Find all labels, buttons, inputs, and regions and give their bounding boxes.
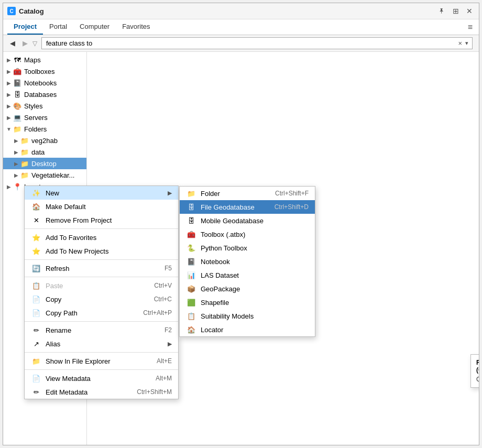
close-button[interactable]: ✕ <box>464 6 475 16</box>
ctx-remove-label: Remove From Project <box>46 216 172 224</box>
sub-geopackage[interactable]: 📦 GeoPackage <box>180 282 315 296</box>
filter-icon: ▽ <box>32 40 37 47</box>
sub-shapefile[interactable]: 🟩 Shapefile <box>180 296 315 309</box>
toggle-data: ▶ <box>13 149 20 155</box>
ctx-copy-shortcut: Ctrl+C <box>154 296 172 303</box>
ctx-new[interactable]: ✨ New ▶ 📁 Folder Ctrl+Shift+F 🗄 File Geo… <box>25 186 178 200</box>
tree-item-veg2hab[interactable]: ▶ 📁 veg2hab <box>3 135 86 146</box>
toolbar: ◀ ▶ ▽ × ▾ <box>3 35 479 52</box>
sub-suitability-label: Suitability Models <box>201 312 309 320</box>
ctx-alias[interactable]: ↗ Alias ▶ <box>25 337 178 351</box>
back-button[interactable]: ◀ <box>7 38 18 49</box>
pin-button[interactable]: 🖈 <box>436 6 447 16</box>
ctx-edit-metadata[interactable]: ✏ Edit Metadata Ctrl+Shift+M <box>25 385 178 399</box>
sub-notebook[interactable]: 📓 Notebook <box>180 255 315 268</box>
tab-favorites[interactable]: Favorites <box>116 19 156 35</box>
tree-item-maps[interactable]: ▶ 🗺 Maps <box>3 54 86 65</box>
ctx-refresh-shortcut: F5 <box>165 265 172 272</box>
sub-las-dataset[interactable]: 📊 LAS Dataset <box>180 268 315 282</box>
app-icon: C <box>7 7 16 15</box>
toggle-toolboxes: ▶ <box>5 69 13 74</box>
sub-las-label: LAS Dataset <box>201 271 309 279</box>
ctx-sep-3 <box>25 277 178 277</box>
ctx-paste: 📋 Paste Ctrl+V <box>25 279 178 292</box>
sub-shapefile-icon: 🟩 <box>186 298 196 307</box>
ctx-view-metadata[interactable]: 📄 View Metadata Alt+M <box>25 371 178 385</box>
tree-item-databases[interactable]: ▶ 🗄 Databases <box>3 89 86 100</box>
icon-vegetatiekar: 📁 <box>20 171 29 179</box>
toggle-desktop: ▶ <box>13 161 20 167</box>
tab-computer[interactable]: Computer <box>73 19 116 35</box>
sub-python-toolbox[interactable]: 🐍 Python Toolbox <box>180 241 315 255</box>
ctx-new-projects-icon: ⭐ <box>31 247 41 255</box>
ctx-edit-meta-label: Edit Metadata <box>46 388 132 396</box>
sub-geodatabase-shortcut: Ctrl+Shift+D <box>275 203 309 211</box>
tab-portal[interactable]: Portal <box>43 19 73 35</box>
sub-notebook-label: Notebook <box>201 258 309 266</box>
ctx-sep-4 <box>25 321 178 322</box>
tree-item-servers[interactable]: ▶ 💻 Servers <box>3 112 86 123</box>
sub-folder[interactable]: 📁 Folder Ctrl+Shift+F <box>180 187 315 200</box>
tree-item-folders[interactable]: ▼ 📁 Folders <box>3 123 86 135</box>
icon-servers: 💻 <box>13 113 22 122</box>
tree-item-vegetatiekar[interactable]: ▶ 📁 Vegetatiekar... <box>3 169 86 181</box>
tree-item-desktop[interactable]: ▶ 📁 Desktop <box>3 158 86 169</box>
ctx-copy-path-icon: 📄 <box>31 309 41 317</box>
toggle-styles: ▶ <box>5 103 13 109</box>
title-bar-left: C Catalog <box>7 7 44 15</box>
tree-item-notebooks[interactable]: ▶ 📓 Notebooks <box>3 77 86 89</box>
restore-button[interactable]: ⊞ <box>451 6 461 16</box>
ctx-copy[interactable]: 📄 Copy Ctrl+C <box>25 292 178 306</box>
ctx-view-meta-label: View Metadata <box>46 375 150 383</box>
tab-project[interactable]: Project <box>7 19 43 35</box>
toggle-servers: ▶ <box>5 115 13 121</box>
tree-item-data[interactable]: ▶ 📁 data <box>3 146 86 158</box>
ctx-show-file-explorer[interactable]: 📁 Show In File Explorer Alt+E <box>25 354 178 368</box>
ctx-view-meta-shortcut: Alt+M <box>156 375 172 382</box>
hamburger-menu[interactable]: ≡ <box>466 20 475 34</box>
ctx-new-arrow: ▶ <box>168 190 172 196</box>
ctx-view-meta-icon: 📄 <box>31 374 41 383</box>
sub-geopackage-label: GeoPackage <box>201 285 309 293</box>
label-folders: Folders <box>24 125 47 133</box>
search-input[interactable] <box>44 39 456 48</box>
sub-mobile-label: Mobile Geodatabase <box>201 217 309 225</box>
ctx-add-favorites[interactable]: ⭐ Add To Favorites <box>25 231 178 244</box>
ctx-remove[interactable]: ✕ Remove From Project <box>25 213 178 227</box>
ctx-show-file-shortcut: Alt+E <box>157 357 172 365</box>
ctx-sep-2 <box>25 259 178 260</box>
ctx-favorites-icon: ⭐ <box>31 233 41 242</box>
search-dropdown-button[interactable]: ▾ <box>464 40 470 47</box>
icon-styles: 🎨 <box>13 102 22 110</box>
ctx-refresh[interactable]: 🔄 Refresh F5 <box>25 261 178 275</box>
ctx-paste-label: Paste <box>46 282 149 290</box>
label-vegetatiekar: Vegetatiekar... <box>31 171 74 179</box>
ctx-rename-shortcut: F2 <box>165 326 172 334</box>
sub-mobile-geodatabase[interactable]: 🗄 Mobile Geodatabase <box>180 214 315 227</box>
label-notebooks: Notebooks <box>24 79 57 87</box>
ctx-rename-label: Rename <box>46 326 159 334</box>
ctx-paste-icon: 📋 <box>31 281 41 290</box>
forward-button[interactable]: ▶ <box>20 38 30 49</box>
icon-folders: 📁 <box>13 125 22 133</box>
icon-notebooks: 📓 <box>13 79 22 87</box>
search-clear-button[interactable]: × <box>456 39 464 47</box>
title-bar: C Catalog 🖈 ⊞ ✕ <box>3 3 479 19</box>
ctx-paste-shortcut: Ctrl+V <box>154 282 172 289</box>
ctx-rename[interactable]: ✏ Rename F2 <box>25 323 178 337</box>
ctx-copy-path[interactable]: 📄 Copy Path Ctrl+Alt+P <box>25 306 178 320</box>
toggle-maps: ▶ <box>5 57 13 63</box>
sub-toolbox[interactable]: 🧰 Toolbox (.atbx) <box>180 227 315 241</box>
ctx-make-default[interactable]: 🏠 Make Default <box>25 200 178 213</box>
ctx-alias-arrow: ▶ <box>168 341 172 347</box>
sub-folder-icon: 📁 <box>186 189 196 198</box>
sub-locator[interactable]: 🏠 Locator <box>180 323 315 336</box>
ctx-copy-path-shortcut: Ctrl+Alt+P <box>143 309 172 316</box>
toggle-folders: ▼ <box>5 126 13 132</box>
tree-item-styles[interactable]: ▶ 🎨 Styles <box>3 100 86 112</box>
tree-item-toolboxes[interactable]: ▶ 🧰 Toolboxes <box>3 65 86 77</box>
ctx-add-new-projects[interactable]: ⭐ Add To New Projects <box>25 244 178 258</box>
nav-tabs-list: Project Portal Computer Favorites <box>7 19 157 35</box>
sub-suitability-models[interactable]: 📋 Suitability Models <box>180 309 315 323</box>
sub-file-geodatabase[interactable]: 🗄 File Geodatabase Ctrl+Shift+D <box>180 200 315 214</box>
